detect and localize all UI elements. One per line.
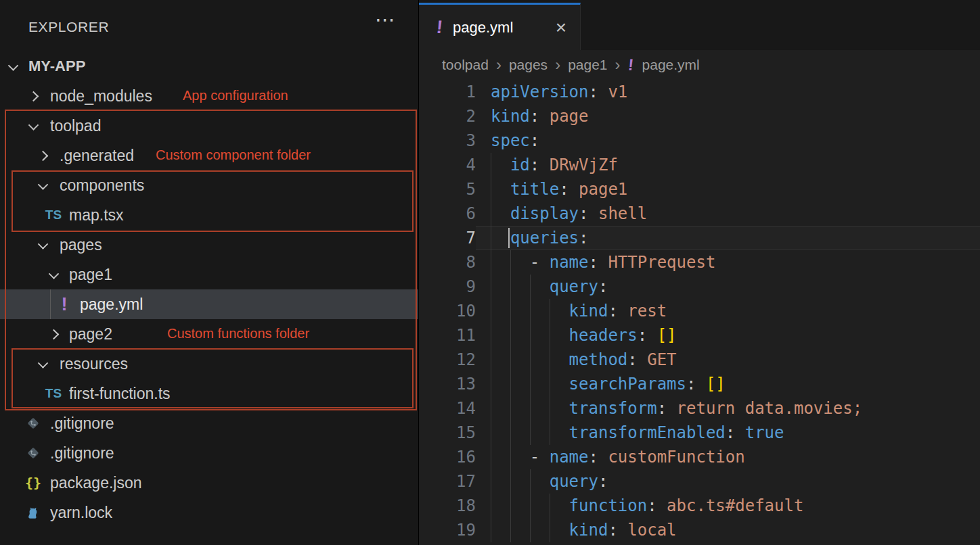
tree-item-my-app[interactable]: MY-APP: [0, 51, 418, 81]
tree-item-page1[interactable]: page1: [0, 260, 418, 289]
code-line-4[interactable]: 4 id: DRwVjZf: [419, 153, 980, 177]
code-line-2[interactable]: 2kind: page: [419, 104, 980, 128]
breadcrumb-item-pages[interactable]: pages: [509, 57, 548, 73]
tree-item-pages[interactable]: pages: [0, 230, 418, 260]
indent-guide: [550, 518, 550, 542]
code-area[interactable]: 1apiVersion: v12kind: page3spec:4 id: DR…: [419, 80, 980, 545]
code-line-content: kind: page: [476, 104, 980, 128]
tree-item-label: map.tsx: [69, 206, 124, 224]
indent-guide: [491, 494, 491, 518]
json-icon: {}: [25, 473, 41, 492]
indent-guide: [510, 518, 511, 542]
tree-item-label: page1: [69, 266, 112, 284]
indent-guide: [550, 494, 550, 518]
yaml-warning-icon: !: [627, 55, 634, 74]
code-line-1[interactable]: 1apiVersion: v1: [419, 80, 980, 104]
tree-item-label: first-function.ts: [69, 385, 171, 403]
chevron-down-icon: [28, 120, 39, 131]
indent-guide: [510, 348, 511, 372]
line-number: 10: [419, 299, 476, 323]
tab-close-icon[interactable]: ×: [556, 18, 566, 37]
tree-item-components[interactable]: components: [0, 170, 418, 200]
code-line-content: queries:: [476, 226, 980, 250]
indent-guide: [550, 372, 550, 396]
line-number: 7: [419, 226, 476, 250]
chevron-right-icon: [37, 150, 48, 161]
tree-item-gitignore[interactable]: .gitignore: [0, 408, 418, 438]
indent-guide: [530, 372, 531, 396]
code-line-11[interactable]: 11 headers: []: [419, 323, 980, 348]
indent-guide: [550, 299, 550, 323]
indent-guide: [510, 494, 511, 518]
tree-item-package-json[interactable]: {}package.json: [0, 468, 418, 498]
code-line-5[interactable]: 5 title: page1: [419, 177, 980, 202]
code-line-12[interactable]: 12 method: GET: [419, 348, 980, 372]
code-line-6[interactable]: 6 display: shell: [419, 202, 980, 226]
explorer-more-actions-icon[interactable]: ⋯: [375, 9, 395, 30]
code-line-8[interactable]: 8 - name: HTTPrequest: [419, 250, 980, 275]
line-number: 17: [419, 469, 476, 494]
code-line-13[interactable]: 13 searchParams: []: [419, 372, 980, 396]
git-icon: [25, 414, 41, 433]
code-line-3[interactable]: 3spec:: [419, 128, 980, 153]
tree-item-first-function-ts[interactable]: TSfirst-function.ts: [0, 379, 418, 408]
code-line-content: method: GET: [476, 348, 980, 372]
indent-guide: [530, 299, 531, 323]
chevron-down-icon: [7, 60, 18, 71]
indent-guide: [550, 348, 550, 372]
indent-guide: [510, 469, 511, 494]
tab-page-yml[interactable]: ! page.yml ×: [419, 3, 581, 50]
tree-item-map-tsx[interactable]: TSmap.tsx: [0, 200, 418, 230]
code-line-15[interactable]: 15 transformEnabled: true: [419, 421, 980, 445]
tree-item-label: resources: [60, 355, 128, 373]
code-line-17[interactable]: 17 query:: [419, 469, 980, 494]
code-line-14[interactable]: 14 transform: return data.movies;: [419, 396, 980, 421]
tree-item-page-yml[interactable]: !page.yml: [0, 289, 418, 319]
tree-item-yarn-lock[interactable]: yarn.lock: [0, 498, 418, 527]
tree-item-label: components: [60, 176, 144, 195]
indent-guide: [530, 396, 531, 421]
yaml-warning-icon: !: [56, 295, 72, 314]
tab-label: page.yml: [453, 19, 513, 37]
line-number: 15: [419, 421, 476, 445]
breadcrumb-item-page1[interactable]: page1: [568, 57, 607, 73]
line-number: 16: [419, 445, 476, 469]
indent-guide: [491, 518, 491, 542]
tree-item-label: .gitignore: [50, 414, 114, 433]
tree-item-label: MY-APP: [28, 57, 85, 75]
indent-guide: [491, 469, 491, 494]
code-line-9[interactable]: 9 query:: [419, 275, 980, 299]
indent-guide: [491, 177, 491, 202]
indent-guide: [530, 494, 531, 518]
indent-guide: [491, 323, 491, 348]
indent-guide: [530, 348, 531, 372]
line-number: 18: [419, 494, 476, 518]
code-line-16[interactable]: 16 - name: customFunction: [419, 445, 980, 469]
breadcrumb-separator-icon: ›: [496, 55, 502, 74]
code-line-content: spec:: [476, 128, 980, 153]
breadcrumb-item-page-yml[interactable]: page.yml: [642, 57, 700, 73]
indent-guide: [510, 299, 511, 323]
ts-icon: TS: [45, 206, 62, 224]
breadcrumb-item-toolpad[interactable]: toolpad: [442, 57, 489, 73]
tree-item-gitignore[interactable]: .gitignore: [0, 438, 418, 468]
code-line-7[interactable]: 7 queries:: [419, 226, 980, 250]
indent-guide: [550, 421, 550, 445]
indent-guide: [510, 323, 511, 348]
code-line-19[interactable]: 19 kind: local: [419, 518, 980, 542]
annotation-app-configuration: App configuration: [183, 88, 288, 103]
code-line-18[interactable]: 18 function: abc.ts#default: [419, 494, 980, 518]
indent-guide: [510, 396, 511, 421]
line-number: 19: [419, 518, 476, 542]
annotation-custom-functions-folder: Custom functions folder: [167, 326, 309, 341]
git-icon: [25, 444, 41, 463]
breadcrumb: toolpad›pages›page1›!page.yml: [419, 50, 980, 80]
tree-item-toolpad[interactable]: toolpad: [0, 111, 418, 141]
indent-guide: [530, 469, 531, 494]
tree-item-resources[interactable]: resources: [0, 349, 418, 379]
code-line-10[interactable]: 10 kind: rest: [419, 299, 980, 323]
indent-guide: [510, 445, 511, 469]
line-number: 5: [419, 177, 476, 202]
line-number: 14: [419, 396, 476, 421]
indent-guide: [510, 421, 511, 445]
